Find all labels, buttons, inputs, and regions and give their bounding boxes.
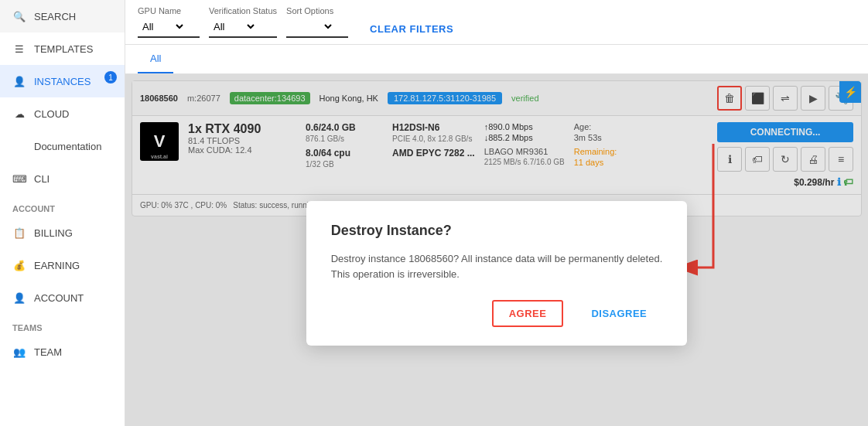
content-area: ⚡ 18068560 m:26077 datacenter:134693 Hon…	[125, 74, 868, 426]
gpu-name-filter-group: GPU Name All	[138, 6, 200, 38]
sort-select[interactable]	[288, 20, 334, 33]
sidebar-item-label: TEMPLATES	[34, 43, 93, 55]
sidebar-item-cli[interactable]: ⌨ CLI	[0, 162, 125, 195]
sort-label: Sort Options	[286, 6, 348, 15]
sort-filter-group: Sort Options	[286, 6, 348, 38]
destroy-modal: Destroy Instance? Destroy instance 18068…	[306, 201, 688, 346]
account-section-label: Account	[0, 195, 125, 216]
modal-overlay: Destroy Instance? Destroy instance 18068…	[125, 74, 868, 426]
gpu-name-filter-select[interactable]: All	[138, 17, 200, 38]
sidebar-item-label: CLOUD	[34, 108, 70, 120]
verification-filter-group: Verification Status All	[209, 6, 277, 38]
instances-icon: 👤	[12, 74, 26, 88]
verification-select[interactable]: All	[210, 20, 257, 33]
sidebar-item-documentation[interactable]: Documentation	[0, 130, 125, 162]
verification-filter-select[interactable]: All	[209, 17, 277, 38]
tab-all[interactable]: All	[138, 45, 173, 73]
sort-filter-select[interactable]	[286, 17, 348, 38]
sidebar-item-label: INSTANCES	[34, 76, 91, 87]
clear-filters-button[interactable]: CLEAR FILTERS	[364, 20, 460, 38]
sidebar-item-label: TEAM	[34, 346, 62, 358]
filter-bar: GPU Name All Verification Status All Sor…	[125, 0, 868, 45]
gpu-name-select[interactable]: All	[139, 20, 186, 33]
templates-icon: ☰	[12, 42, 26, 56]
cli-icon: ⌨	[12, 172, 26, 186]
sidebar-item-label: Documentation	[34, 141, 101, 152]
search-icon: 🔍	[12, 9, 26, 23]
team-icon: 👥	[12, 345, 26, 359]
account-icon: 👤	[12, 291, 26, 305]
cloud-icon: ☁	[12, 107, 26, 121]
sidebar-item-team[interactable]: 👥 TEAM	[0, 336, 125, 368]
sidebar-item-earning[interactable]: 💰 EARNING	[0, 249, 125, 281]
sidebar-item-label: CLI	[34, 173, 50, 185]
instances-badge: 1	[104, 71, 117, 83]
sidebar-item-instances[interactable]: 👤 INSTANCES 1	[0, 65, 125, 97]
sidebar-item-label: BILLING	[34, 227, 73, 239]
tab-bar: All	[125, 45, 868, 74]
modal-actions: AGREE DISAGREE	[331, 300, 663, 327]
sidebar-item-templates[interactable]: ☰ TEMPLATES	[0, 32, 125, 65]
sidebar: 🔍 SEARCH ☰ TEMPLATES 👤 INSTANCES 1 ☁ CLO…	[0, 0, 125, 426]
modal-disagree-button[interactable]: DISAGREE	[576, 300, 662, 327]
modal-body-line1: Destroy instance 18068560? All instance …	[331, 253, 663, 264]
teams-section-label: Teams	[0, 314, 125, 336]
sidebar-item-search[interactable]: 🔍 SEARCH	[0, 0, 125, 32]
modal-title: Destroy Instance?	[331, 223, 663, 239]
sidebar-item-label: EARNING	[34, 260, 80, 271]
verification-label: Verification Status	[209, 6, 277, 15]
sidebar-item-billing[interactable]: 📋 BILLING	[0, 216, 125, 249]
earning-icon: 💰	[12, 258, 26, 272]
documentation-icon	[12, 139, 26, 153]
modal-body-line2: This operation is irreversible.	[331, 268, 460, 280]
modal-body: Destroy instance 18068560? All instance …	[331, 251, 663, 281]
sidebar-item-label: ACCOUNT	[34, 292, 84, 304]
sidebar-item-cloud[interactable]: ☁ CLOUD	[0, 97, 125, 130]
sidebar-item-account[interactable]: 👤 ACCOUNT	[0, 281, 125, 314]
sidebar-item-label: SEARCH	[34, 11, 76, 22]
gpu-name-label: GPU Name	[138, 6, 200, 15]
main-content: GPU Name All Verification Status All Sor…	[125, 0, 868, 426]
modal-agree-button[interactable]: AGREE	[492, 300, 564, 327]
billing-icon: 📋	[12, 226, 26, 240]
